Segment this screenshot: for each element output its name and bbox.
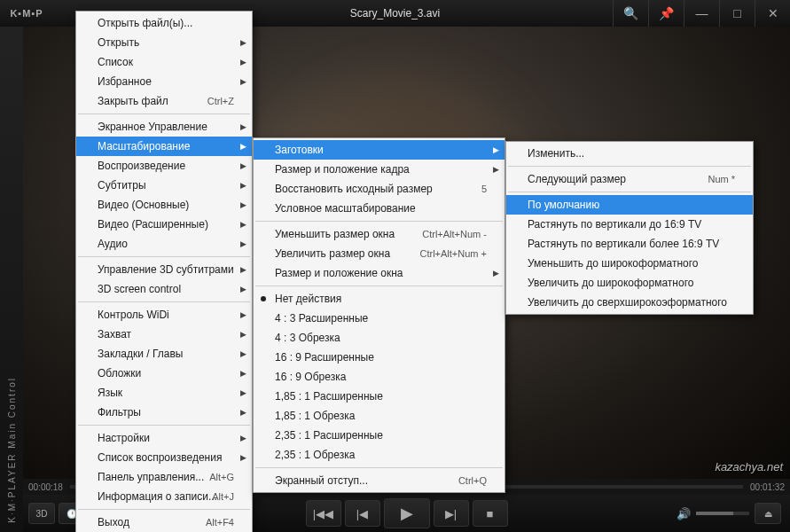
menu-item-label: Аудио xyxy=(98,238,128,250)
next-button[interactable]: ▶| xyxy=(434,500,469,527)
submenu-arrow-icon: ▶ xyxy=(493,269,499,278)
menu-item-label: Закрыть файл xyxy=(98,95,168,107)
search-icon[interactable]: 🔍 xyxy=(613,0,648,27)
menu-item[interactable]: Экранное Управление▶ xyxy=(76,117,252,137)
menu-item-label: Размер и положение окна xyxy=(275,267,403,279)
menu-item-label: Обложки xyxy=(98,367,141,379)
submenu-arrow-icon: ▶ xyxy=(240,408,246,417)
menu-item[interactable]: Растянуть по вертикали до 16:9 TV xyxy=(506,215,753,234)
menu-item-label: Список воспроизведения xyxy=(98,451,222,464)
menu-item[interactable]: Субтитры▶ xyxy=(76,176,252,195)
menu-item[interactable]: Растянуть по вертикали более 16:9 TV xyxy=(506,234,753,254)
badge-3d[interactable]: 3D xyxy=(28,503,55,524)
menu-item[interactable]: Увеличить размер окнаCtrl+Alt+Num + xyxy=(254,244,505,263)
menu-item[interactable]: Следующий размерNum * xyxy=(506,169,753,189)
menu-item[interactable]: Условное масштабирование xyxy=(254,199,505,218)
submenu-arrow-icon: ▶ xyxy=(493,165,499,174)
menu-item[interactable]: Заготовки▶ xyxy=(254,140,505,160)
menu-item[interactable]: 4 : 3 Расширенные xyxy=(254,309,505,328)
menu-item[interactable]: 1,85 : 1 Расширенные xyxy=(254,387,505,406)
menu-item[interactable]: ВыходAlt+F4 xyxy=(76,512,252,532)
menu-item[interactable]: Панель управления...Alt+G xyxy=(76,467,252,487)
menu-item[interactable]: Размер и положение кадра▶ xyxy=(254,160,505,179)
context-menu-zoom[interactable]: Заготовки▶Размер и положение кадра▶Восст… xyxy=(253,137,505,493)
menu-item-label: Увеличить до широкоформатного xyxy=(528,277,693,289)
menu-item[interactable]: Масштабирование▶ xyxy=(76,137,252,156)
menu-item[interactable]: Экранный отступ...Ctrl+Q xyxy=(254,471,505,490)
submenu-arrow-icon: ▶ xyxy=(240,369,246,378)
prev-chapter-button[interactable]: |◀◀ xyxy=(306,500,341,527)
menu-item[interactable]: Управление 3D субтитрами▶ xyxy=(76,260,252,279)
menu-item-shortcut: 5 xyxy=(481,184,487,194)
menu-item[interactable]: Фильтры▶ xyxy=(76,403,252,422)
submenu-arrow-icon: ▶ xyxy=(240,161,246,170)
menu-item[interactable]: Захват▶ xyxy=(76,325,252,344)
submenu-arrow-icon: ▶ xyxy=(240,434,246,442)
close-button[interactable]: ✕ xyxy=(755,0,790,27)
menu-item[interactable]: Видео (Расширенные)▶ xyxy=(76,215,252,234)
menu-item[interactable]: 16 : 9 Обрезка xyxy=(254,367,505,387)
menu-item[interactable]: 16 : 9 Расширенные xyxy=(254,348,505,367)
pin-icon[interactable]: 📌 xyxy=(648,0,684,27)
menu-item[interactable]: Язык▶ xyxy=(76,383,252,403)
menu-item[interactable]: Видео (Основные)▶ xyxy=(76,195,252,215)
menu-item-label: Закладки / Главы xyxy=(98,348,183,360)
menu-item[interactable]: Изменить... xyxy=(506,144,753,163)
minimize-button[interactable]: — xyxy=(684,0,719,27)
play-button[interactable]: ▶ xyxy=(384,498,430,528)
menu-item[interactable]: Восстановить исходный размер5 xyxy=(254,179,505,199)
menu-item[interactable]: Список▶ xyxy=(76,52,252,72)
submenu-arrow-icon: ▶ xyxy=(240,349,246,358)
menu-item[interactable]: По умолчанию xyxy=(506,195,753,215)
menu-item[interactable]: Настройки▶ xyxy=(76,428,252,448)
prev-button[interactable]: |◀ xyxy=(345,500,380,527)
menu-item[interactable]: Аудио▶ xyxy=(76,234,252,254)
menu-item-label: Субтитры xyxy=(98,179,146,192)
menu-item-label: Язык xyxy=(98,387,122,399)
menu-item[interactable]: Увеличить до широкоформатного xyxy=(506,273,753,293)
menu-item-label: Условное масштабирование xyxy=(275,202,416,215)
menu-item[interactable]: Обложки▶ xyxy=(76,364,252,383)
menu-item-label: Следующий размер xyxy=(528,173,626,185)
menu-item[interactable]: Избранное▶ xyxy=(76,72,252,91)
menu-item[interactable]: Увеличить до сверхширокоэформатного xyxy=(506,293,753,312)
volume-slider[interactable] xyxy=(696,512,749,515)
menu-item[interactable]: Список воспроизведения▶ xyxy=(76,448,252,467)
menu-item[interactable]: Размер и положение окна▶ xyxy=(254,263,505,283)
window-title: Scary_Movie_3.avi xyxy=(350,7,440,20)
menu-item-label: 2,35 : 1 Обрезка xyxy=(275,449,355,461)
menu-item-label: Фильтры xyxy=(98,406,141,419)
menu-item[interactable]: Информация о записи...Alt+J xyxy=(76,487,252,506)
menu-item[interactable]: Уменьшить до широкоформатного xyxy=(506,254,753,273)
menu-item[interactable]: 2,35 : 1 Обрезка xyxy=(254,445,505,465)
menu-item-label: 16 : 9 Обрезка xyxy=(275,371,346,383)
menu-item-label: Растянуть по вертикали более 16:9 TV xyxy=(528,238,719,250)
eject-button[interactable]: ⏏ xyxy=(755,503,781,524)
menu-item[interactable]: Открыть▶ xyxy=(76,33,252,52)
menu-item[interactable]: Закладки / Главы▶ xyxy=(76,344,252,364)
menu-item[interactable]: Контроль WiDi▶ xyxy=(76,305,252,325)
volume-icon[interactable]: 🔊 xyxy=(677,507,691,520)
menu-item[interactable]: Воспроизведение▶ xyxy=(76,156,252,176)
menu-item-label: 4 : 3 Обрезка xyxy=(275,332,340,344)
menu-item[interactable]: Открыть файл(ы)... xyxy=(76,13,252,33)
menu-separator xyxy=(78,509,250,510)
menu-item[interactable]: 4 : 3 Обрезка xyxy=(254,328,505,348)
menu-item[interactable]: Закрыть файлCtrl+Z xyxy=(76,91,252,111)
time-total: 00:01:32 xyxy=(750,482,785,492)
context-menu-main[interactable]: Открыть файл(ы)...Открыть▶Список▶Избранн… xyxy=(75,11,253,532)
menu-item-label: Информация о записи... xyxy=(98,490,217,503)
stop-button[interactable]: ■ xyxy=(473,500,508,527)
menu-item-shortcut: Ctrl+Alt+Num - xyxy=(422,229,487,239)
menu-item[interactable]: 3D screen control▶ xyxy=(76,279,252,299)
submenu-arrow-icon: ▶ xyxy=(240,239,246,248)
menu-item[interactable]: Уменьшить размер окнаCtrl+Alt+Num - xyxy=(254,224,505,244)
menu-item[interactable]: 2,35 : 1 Расширенные xyxy=(254,426,505,445)
context-menu-presets[interactable]: Изменить...Следующий размерNum *По умолч… xyxy=(505,141,754,315)
menu-item-shortcut: Num * xyxy=(708,174,735,184)
submenu-arrow-icon: ▶ xyxy=(240,285,246,293)
maximize-button[interactable]: □ xyxy=(719,0,755,27)
menu-item-label: Экранный отступ... xyxy=(275,474,368,487)
menu-item[interactable]: Нет действия xyxy=(254,289,505,309)
menu-item[interactable]: 1,85 : 1 Обрезка xyxy=(254,406,505,426)
